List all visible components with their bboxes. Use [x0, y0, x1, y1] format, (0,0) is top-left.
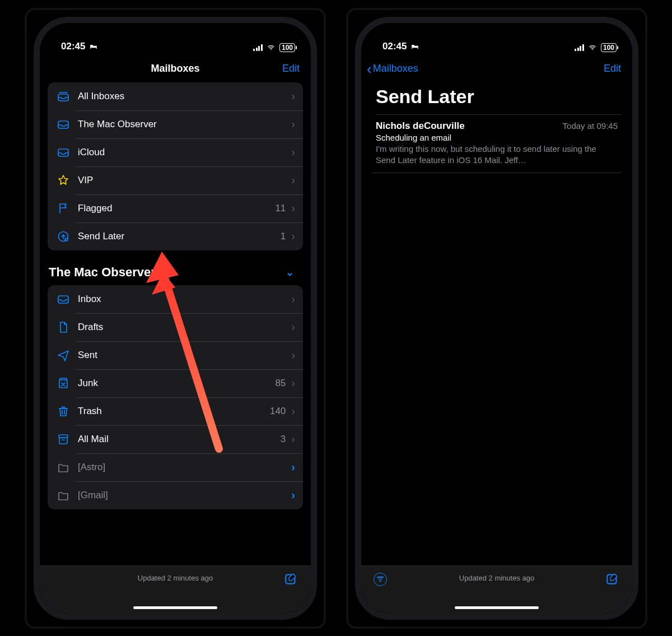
mailbox-count: 1: [281, 231, 286, 242]
chevron-right-icon: ›: [291, 433, 295, 445]
filter-button[interactable]: [374, 573, 387, 586]
all-inboxes-icon: [55, 90, 71, 103]
folder-gmail[interactable]: [Gmail] ›: [48, 481, 303, 509]
compose-button[interactable]: [605, 572, 620, 586]
chevron-right-icon: ›: [291, 321, 295, 333]
paperplane-icon: [55, 349, 71, 362]
back-button[interactable]: ‹ Mailboxes: [367, 63, 418, 75]
mailbox-label: Flagged: [78, 203, 275, 214]
mailbox-icloud[interactable]: iCloud ›: [48, 138, 303, 166]
folder-label: Trash: [78, 406, 270, 417]
mailbox-all-inboxes[interactable]: All Inboxes ›: [48, 82, 303, 110]
favorites-group: All Inboxes › The Mac Observer › iCloud …: [48, 82, 303, 250]
status-time: 02:45: [61, 41, 85, 52]
account-section-header[interactable]: The Mac Observer ⌄: [48, 263, 303, 285]
chevron-right-icon: ›: [291, 349, 295, 361]
chevron-down-icon: ⌄: [286, 266, 300, 278]
mailbox-label: All Inboxes: [78, 91, 291, 102]
chevron-right-icon: ›: [291, 146, 295, 159]
chevron-right-icon: ›: [291, 230, 295, 243]
inbox-icon: [55, 293, 71, 306]
toolbar-status: Updated 2 minutes ago: [138, 574, 213, 582]
inbox-icon: [55, 118, 71, 131]
folder-astro[interactable]: [Astro] ›: [48, 453, 303, 481]
message-subject: Scheduling an email: [376, 133, 618, 142]
sleep-icon: [410, 43, 420, 50]
back-label: Mailboxes: [373, 63, 418, 75]
mailbox-send-later[interactable]: Send Later 1 ›: [48, 222, 303, 250]
edit-button[interactable]: Edit: [604, 63, 621, 75]
send-later-content: Send Later Nichols deCourville Today at …: [361, 82, 632, 614]
flag-icon: [55, 202, 71, 215]
notch: [455, 23, 539, 41]
message-preview: I'm writing this now, but scheduling it …: [376, 143, 618, 166]
phone-left: 02:45 100 Mailboxes Edit All Inboxes ›: [34, 17, 317, 620]
battery-indicator: 100: [601, 43, 617, 52]
folder-trash[interactable]: Trash 140 ›: [48, 397, 303, 425]
mailbox-mac-observer[interactable]: The Mac Observer ›: [48, 110, 303, 138]
signal-icon: [253, 44, 263, 51]
edit-button[interactable]: Edit: [282, 63, 300, 75]
folder-label: Inbox: [78, 294, 291, 305]
section-title: The Mac Observer: [49, 265, 156, 280]
chevron-right-icon: ›: [291, 489, 295, 502]
folder-label: All Mail: [78, 434, 281, 445]
signal-icon: [575, 44, 584, 51]
folder-count: 85: [275, 378, 286, 389]
status-time: 02:45: [382, 41, 407, 52]
chevron-right-icon: ›: [291, 118, 295, 131]
folder-label: [Astro]: [78, 462, 291, 473]
toolbar: Updated 2 minutes ago: [361, 565, 632, 614]
chevron-right-icon: ›: [291, 377, 295, 389]
mailbox-count: 11: [275, 203, 286, 214]
folder-count: 3: [281, 434, 286, 445]
folder-label: [Gmail]: [78, 490, 291, 501]
mailbox-label: Send Later: [78, 231, 281, 242]
nav-title: Mailboxes: [151, 63, 199, 75]
folder-icon: [55, 489, 71, 502]
folder-inbox[interactable]: Inbox ›: [48, 285, 303, 313]
folder-drafts[interactable]: Drafts ›: [48, 313, 303, 341]
inbox-icon: [55, 146, 71, 159]
folder-icon: [55, 461, 71, 474]
folder-all-mail[interactable]: All Mail 3 ›: [48, 425, 303, 453]
account-group: Inbox › Drafts › Sent › Junk 85 ›: [48, 285, 303, 509]
sleep-icon: [88, 43, 99, 50]
mailboxes-content: All Inboxes › The Mac Observer › iCloud …: [40, 82, 311, 614]
mailbox-flagged[interactable]: Flagged 11 ›: [48, 194, 303, 222]
nav-bar: Mailboxes Edit: [40, 55, 311, 82]
junk-icon: [55, 377, 71, 390]
wifi-icon: [266, 44, 276, 52]
mailbox-label: VIP: [78, 175, 291, 186]
message-row[interactable]: Nichols deCourville Today at 09:45 Sched…: [372, 115, 621, 174]
notch: [133, 23, 217, 41]
chevron-right-icon: ›: [291, 461, 295, 473]
compose-button[interactable]: [284, 572, 298, 586]
message-from: Nichols deCourville: [376, 120, 465, 132]
battery-indicator: 100: [279, 43, 295, 52]
chevron-right-icon: ›: [291, 90, 295, 103]
phone-right: 02:45 100 ‹ Mailboxes Edit Send Later Ni…: [355, 17, 638, 620]
folder-sent[interactable]: Sent ›: [48, 341, 303, 369]
message-date: Today at 09:45: [563, 121, 618, 131]
trash-icon: [55, 405, 71, 418]
folder-label: Junk: [78, 378, 275, 389]
mailbox-label: iCloud: [78, 147, 291, 158]
star-icon: [55, 174, 71, 187]
wifi-icon: [587, 44, 598, 52]
mailbox-label: The Mac Observer: [78, 119, 291, 130]
chevron-right-icon: ›: [291, 174, 295, 187]
chevron-right-icon: ›: [291, 293, 295, 305]
folder-junk[interactable]: Junk 85 ›: [48, 369, 303, 397]
page-title: Send Later: [372, 82, 621, 114]
chevron-right-icon: ›: [291, 405, 295, 417]
mailbox-vip[interactable]: VIP ›: [48, 166, 303, 194]
folder-label: Drafts: [78, 322, 291, 333]
chevron-right-icon: ›: [291, 202, 295, 215]
folder-label: Sent: [78, 350, 291, 361]
toolbar-status: Updated 2 minutes ago: [459, 574, 534, 582]
archive-icon: [55, 433, 71, 446]
folder-count: 140: [270, 406, 286, 417]
send-later-icon: [55, 230, 71, 243]
doc-icon: [55, 321, 71, 334]
